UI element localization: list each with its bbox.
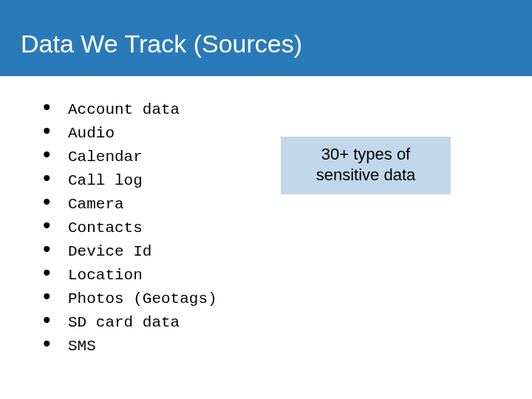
- page-title: Data We Track (Sources): [21, 30, 532, 58]
- callout-line-2: sensitive data: [316, 166, 416, 184]
- content-area: Account data Audio Calendar Call log Cam…: [0, 76, 532, 358]
- list-item: Photos (Geotags): [43, 287, 532, 311]
- header-bar: Data We Track (Sources): [0, 0, 532, 76]
- list-item: Camera: [43, 193, 532, 216]
- list-item: Account data: [43, 98, 532, 122]
- list-item: Contacts: [43, 216, 532, 240]
- callout-line-1: 30+ types of: [321, 145, 410, 163]
- list-item: Device Id: [43, 240, 532, 264]
- callout-box: 30+ types of sensitive data: [281, 137, 451, 194]
- list-item: SD card data: [43, 311, 532, 335]
- list-item: SMS: [43, 335, 532, 358]
- list-item: Location: [43, 264, 532, 287]
